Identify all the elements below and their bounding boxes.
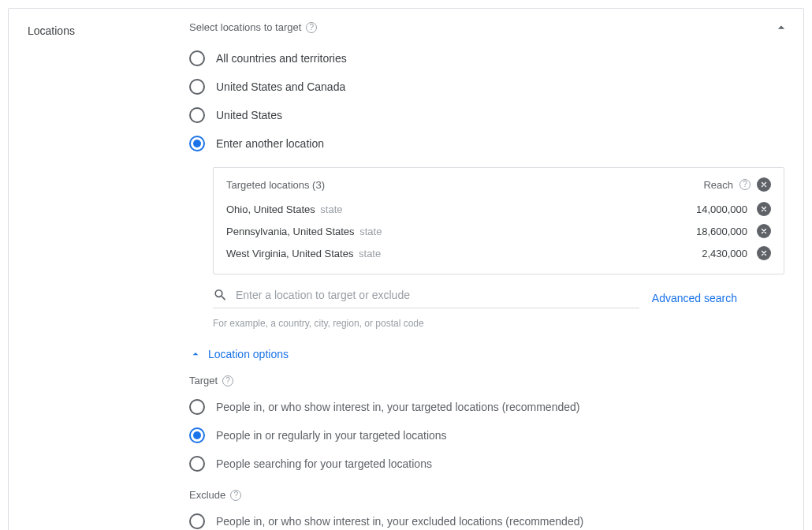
target-group-header: Target ? (189, 375, 784, 386)
radio-us[interactable]: United States (189, 101, 784, 129)
radio-label: People searching for your targeted locat… (216, 457, 432, 470)
exclude-radio-group: People in, or who show interest in, your… (189, 507, 784, 530)
subtitle-text: Select locations to target (189, 21, 301, 33)
close-icon (760, 205, 768, 213)
mode-radio-group: All countries and territories United Sta… (189, 44, 784, 158)
help-icon[interactable]: ? (222, 375, 233, 386)
remove-location-button[interactable] (757, 202, 771, 216)
radio-icon (189, 107, 205, 123)
radio-icon (189, 456, 205, 472)
radio-icon (189, 50, 205, 66)
location-search-input[interactable] (236, 289, 639, 301)
radio-us-canada[interactable]: United States and Canada (189, 73, 784, 101)
location-row: Ohio, United States state 14,000,000 (226, 198, 771, 220)
close-icon (760, 249, 768, 257)
radio-label: United States (216, 109, 282, 121)
reach-value: 14,000,000 (676, 203, 747, 215)
radio-label: Enter another location (216, 137, 324, 150)
remove-all-button[interactable] (757, 177, 771, 192)
exclude-header-text: Exclude (189, 489, 225, 501)
close-icon (760, 227, 768, 235)
target-radio-in-regularly[interactable]: People in or regularly in your targeted … (189, 421, 784, 450)
location-type: state (320, 203, 342, 215)
radio-all-countries[interactable]: All countries and territories (189, 44, 784, 73)
reach-value: 18,600,000 (676, 226, 747, 237)
radio-icon (189, 427, 205, 443)
help-icon[interactable]: ? (306, 22, 317, 33)
location-search-row: Advanced search (213, 287, 784, 313)
section-label: Locations (28, 21, 189, 37)
exclude-radio-interest[interactable]: People in, or who show interest in, your… (189, 507, 784, 530)
search-icon (213, 287, 228, 303)
radio-label: All countries and territories (216, 52, 347, 65)
collapse-toggle[interactable] (773, 20, 789, 38)
location-type: state (359, 226, 382, 237)
radio-icon (189, 399, 205, 415)
radio-label: People in, or who show interest in, your… (216, 515, 583, 528)
advanced-search-link[interactable]: Advanced search (652, 292, 784, 304)
radio-label: People in or regularly in your targeted … (216, 429, 447, 442)
exclude-group-header: Exclude ? (189, 489, 784, 501)
radio-icon (189, 136, 205, 151)
location-name: West Virginia, United States (226, 248, 353, 259)
radio-enter-another[interactable]: Enter another location (189, 129, 784, 158)
chevron-up-icon (189, 348, 202, 360)
location-row: West Virginia, United States state 2,430… (226, 242, 771, 264)
reach-label: Reach (703, 179, 733, 191)
targeted-header-label: Targeted locations (3) (226, 179, 325, 191)
targeted-locations-box: Targeted locations (3) Reach ? Ohio, Uni… (213, 167, 784, 274)
location-type: state (359, 248, 381, 259)
radio-label: United States and Canada (216, 80, 345, 93)
reach-value: 2,430,000 (676, 248, 747, 259)
close-icon (760, 181, 768, 188)
search-hint: For example, a country, city, region, or… (213, 318, 784, 329)
locations-card: Locations Select locations to target ? A… (8, 8, 804, 530)
radio-icon (189, 79, 205, 95)
location-name: Ohio, United States (226, 203, 315, 215)
target-radio-interest[interactable]: People in, or who show interest in, your… (189, 393, 784, 421)
target-header-text: Target (189, 375, 218, 386)
subtitle-row: Select locations to target ? (189, 21, 784, 33)
chevron-up-icon (773, 20, 789, 35)
radio-icon (189, 513, 205, 529)
location-options-label: Location options (208, 348, 289, 360)
location-options-toggle[interactable]: Location options (189, 348, 784, 360)
remove-location-button[interactable] (757, 246, 771, 260)
help-icon[interactable]: ? (230, 490, 241, 501)
location-name: Pennsylvania, United States (226, 226, 355, 237)
target-radio-searching[interactable]: People searching for your targeted locat… (189, 450, 784, 478)
remove-location-button[interactable] (757, 224, 771, 238)
radio-label: People in, or who show interest in, your… (216, 401, 579, 413)
location-row: Pennsylvania, United States state 18,600… (226, 220, 771, 242)
help-icon[interactable]: ? (739, 179, 751, 190)
target-radio-group: People in, or who show interest in, your… (189, 393, 784, 478)
